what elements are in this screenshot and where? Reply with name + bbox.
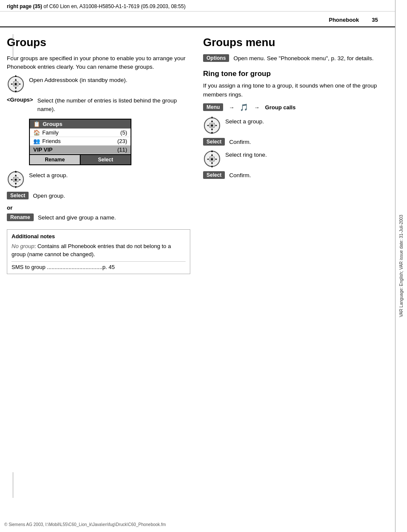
nav-icon-rt3: ▲ ◂▣▸ ▼ — [203, 151, 221, 167]
table-row: 🏠 Family (5) — [30, 129, 131, 137]
nav-circle-rt1: ▲ ◂▣▸ ▼ — [204, 117, 220, 134]
ringtone-title: Ring tone for group — [203, 70, 387, 78]
right-sidebar: VAR Language: English; VAR issue date: 3… — [395, 0, 407, 532]
options-btn-icon: Options — [203, 54, 229, 62]
options-label: Options — [203, 54, 229, 62]
rt-select1-label: Select — [203, 138, 225, 146]
groups-icon: 📋 — [33, 121, 40, 127]
row-left-friends: 👥 Friends — [33, 138, 61, 144]
step4-text: Open group. — [33, 192, 190, 200]
rt-step2-text: Confirm. — [229, 138, 387, 146]
rt-select1-icon: Select — [203, 138, 225, 146]
no-group-label: No group — [12, 243, 34, 249]
notes-text1: No group: Contains all Phonebook entries… — [12, 242, 186, 259]
nav-middle-2: ◂▣▸ — [11, 177, 21, 182]
step-open-group: Select Open group. — [7, 192, 190, 200]
arrow2-icon: → — [254, 104, 259, 111]
groups-box-footer: Rename Select — [30, 154, 131, 164]
table-row: 👥 Friends (23) — [30, 137, 131, 146]
left-vline-top — [13, 34, 13, 60]
left-column: Groups Four groups are specified in your… — [7, 36, 190, 274]
table-row: VIP VIP (11) — [30, 146, 131, 154]
nav-middle: ◂▣▸ — [11, 82, 21, 86]
nav-circle-icon-2: ▲ ◂▣▸ ▼ — [8, 171, 24, 187]
step2-text: Select (the number of entries is listed … — [37, 96, 190, 114]
rt-step1-text: Select a group. — [225, 117, 387, 126]
step1-text: Open Addressbook (in standby mode). — [29, 76, 190, 85]
groups-box: 📋 Groups 🏠 Family (5) 👥 Friends (23) — [29, 119, 131, 165]
nav-middle-rt1: ◂▣▸ — [207, 123, 217, 128]
nav-middle-rt3: ◂▣▸ — [207, 157, 217, 161]
step-select-group: ▲ ◂▣▸ ▼ Select a group. — [7, 171, 190, 187]
family-label: Family — [42, 129, 58, 136]
left-title: Groups — [7, 36, 190, 49]
rename-btn-icon: Rename — [7, 213, 34, 221]
step-open-addressbook: ▲ ◂▣▸ ▼ Open Addressbook (in standby mod… — [7, 76, 190, 92]
rt-step2: Select Confirm. — [203, 138, 387, 146]
page-title: Phonebook — [329, 17, 359, 23]
music-icon: 🎵 — [240, 103, 248, 111]
right-menu-title: Groups menu — [203, 36, 387, 49]
ringtone-intro: If you assign a ring tone to a group, it… — [203, 82, 387, 99]
step5-text: Select and give group a name. — [38, 213, 190, 222]
right-column: Groups menu Options Open menu. See "Phon… — [203, 36, 387, 274]
rt-step4: Select Confirm. — [203, 171, 387, 180]
row-left-family: 🏠 Family — [33, 129, 58, 136]
rename-button[interactable]: Rename — [30, 155, 80, 164]
step3-text: Select a group. — [29, 171, 190, 180]
notes-dotted: SMS to group ...........................… — [12, 261, 186, 270]
or-label: or — [7, 205, 190, 211]
rename-label: Rename — [7, 213, 34, 221]
group-calls-label: Group calls — [265, 104, 296, 111]
rt-step4-text: Confirm. — [229, 171, 387, 180]
step-rename: Rename Select and give group a name. — [7, 213, 190, 222]
step-groups-select: <Groups> Select (the number of entries i… — [7, 96, 190, 114]
notes-title: Additional notes — [12, 233, 186, 240]
left-vline-bottom — [13, 472, 13, 498]
friends-label: Friends — [42, 138, 61, 144]
arrow1-icon: → — [229, 104, 234, 111]
rt-step1: ▲ ◂▣▸ ▼ Select a group. — [203, 117, 387, 134]
sidebar-text: VAR Language: English; VAR issue date: 3… — [398, 215, 404, 317]
row-left-vip: VIP VIP — [33, 146, 52, 153]
vip-count: (11) — [117, 146, 127, 153]
top-header: right page (35) of C60 Lion en, A31008-H… — [0, 0, 407, 12]
select-label: Select — [7, 192, 29, 199]
options-text: Open menu. See "Phonebook menu", p. 32, … — [233, 54, 387, 63]
groups-label-icon: <Groups> — [7, 96, 33, 103]
top-header-bold: right page (35) — [7, 3, 42, 9]
notes-box: Additional notes No group: Contains all … — [7, 229, 190, 274]
options-row: Options Open menu. See "Phonebook menu",… — [203, 54, 387, 63]
vip-label: VIP VIP — [33, 146, 52, 153]
nav-icon-step3: ▲ ◂▣▸ ▼ — [7, 171, 25, 187]
menu-navigation-row: Menu → 🎵 → Group calls — [203, 103, 387, 111]
page-number: 35 — [372, 17, 378, 23]
nav-icon-rt1: ▲ ◂▣▸ ▼ — [203, 117, 221, 134]
friends-icon: 👥 — [33, 138, 40, 144]
family-icon: 🏠 — [33, 129, 40, 136]
menu-btn-label: Menu — [203, 103, 223, 111]
top-header-rest: of C60 Lion en, A31008-H5850-A1-1-7619 (… — [44, 3, 186, 9]
rt-step3: ▲ ◂▣▸ ▼ Select ring tone. — [203, 151, 387, 167]
main-content: Groups Four groups are specified in your… — [0, 27, 395, 283]
friends-count: (23) — [117, 138, 127, 144]
rt-select2-label: Select — [203, 171, 225, 179]
family-count: (5) — [120, 129, 127, 136]
nav-circle-icon: ▲ ◂▣▸ ▼ — [8, 76, 24, 92]
page-header: Phonebook 35 — [0, 12, 395, 27]
groups-box-header: 📋 Groups — [30, 120, 131, 129]
nav-circle-rt3: ▲ ◂▣▸ ▼ — [204, 151, 220, 167]
left-intro: Four groups are specified in your phone … — [7, 54, 190, 72]
nav-icon-step1: ▲ ◂▣▸ ▼ — [7, 76, 25, 92]
notes-text1-suffix: : Contains all Phonebook entries that do… — [12, 243, 171, 258]
groups-box-title: Groups — [43, 121, 62, 127]
select-button[interactable]: Select — [81, 155, 131, 164]
select-btn-icon: Select — [7, 192, 29, 199]
rt-select2-icon: Select — [203, 171, 225, 179]
groups-label: <Groups> — [7, 96, 33, 103]
bottom-copyright: © Siemens AG 2003, I:\Mobil\L55\C60_Lion… — [4, 522, 166, 527]
rt-step3-text: Select ring tone. — [225, 151, 387, 159]
